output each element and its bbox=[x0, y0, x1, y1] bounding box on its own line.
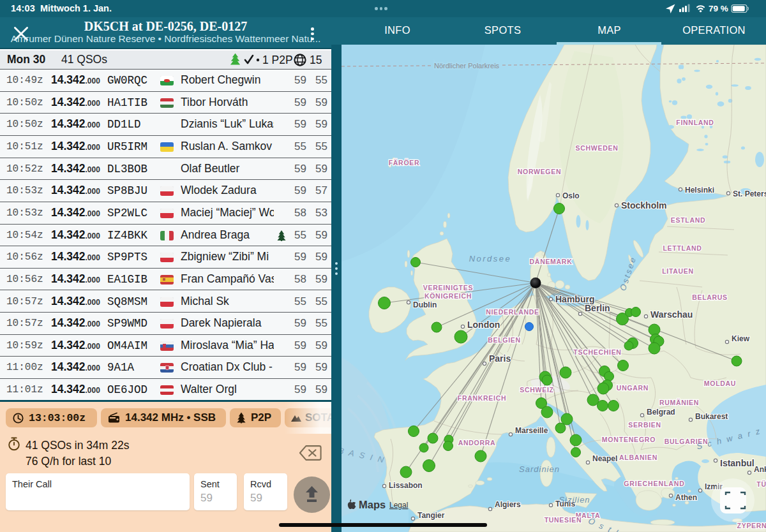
svg-text:VEREINIGTES: VEREINIGTES bbox=[423, 284, 473, 292]
svg-text:London: London bbox=[467, 320, 500, 330]
svg-text:MONTENEGRO: MONTENEGRO bbox=[602, 436, 656, 443]
svg-text:KÖNIGREICH: KÖNIGREICH bbox=[424, 292, 472, 300]
svg-text:BELARUS: BELARUS bbox=[692, 293, 728, 301]
svg-text:SCHWEDEN: SCHWEDEN bbox=[576, 144, 619, 152]
svg-text:Istanbul: Istanbul bbox=[720, 458, 755, 468]
svg-text:TSCHECHIEN: TSCHECHIEN bbox=[573, 348, 621, 356]
svg-text:LETTLAND: LETTLAND bbox=[663, 244, 702, 252]
svg-text:GRIECHENLAND: GRIECHENLAND bbox=[624, 480, 684, 487]
svg-text:Legal: Legal bbox=[389, 501, 408, 510]
svg-text:Sardinien: Sardinien bbox=[519, 464, 560, 474]
svg-text:UNGARN: UNGARN bbox=[617, 384, 649, 392]
svg-text:Belgrad: Belgrad bbox=[647, 408, 675, 417]
svg-text:SCHWEIZ: SCHWEIZ bbox=[520, 386, 553, 394]
svg-text:St. Petersb: St. Petersb bbox=[733, 189, 766, 198]
svg-text:SERBIEN: SERBIEN bbox=[628, 421, 661, 429]
svg-text:BELGIEN: BELGIEN bbox=[488, 336, 521, 344]
svg-text:1 P2P: 1 P2P bbox=[262, 54, 293, 66]
svg-text:Nördlicher Polarkreis: Nördlicher Polarkreis bbox=[434, 62, 500, 70]
svg-text:RUMÄNIEN: RUMÄNIEN bbox=[659, 399, 699, 406]
svg-text:Berlin: Berlin bbox=[585, 303, 610, 313]
svg-text:MOLDAU: MOLDAU bbox=[704, 380, 736, 387]
svg-text:DÄNEMARK: DÄNEMARK bbox=[530, 258, 573, 265]
svg-text:FÄRÖER: FÄRÖER bbox=[389, 159, 420, 166]
svg-text:FINNLAND: FINNLAND bbox=[676, 119, 714, 126]
svg-text:Sizilien: Sizilien bbox=[559, 495, 590, 505]
svg-text:Algiers: Algiers bbox=[495, 500, 521, 509]
svg-text:Lissabon: Lissabon bbox=[389, 481, 423, 490]
svg-text:ESTLAND: ESTLAND bbox=[671, 216, 705, 224]
svg-text:LITAUEN: LITAUEN bbox=[662, 267, 694, 275]
svg-text:ANDORRA: ANDORRA bbox=[458, 439, 496, 447]
svg-text:Paris: Paris bbox=[489, 353, 511, 364]
svg-text:TÜ: TÜ bbox=[756, 480, 766, 488]
svg-text:NIEDERLANDE: NIEDERLANDE bbox=[486, 308, 539, 316]
svg-text:Nordsee: Nordsee bbox=[469, 254, 512, 263]
svg-text:Stockholm: Stockholm bbox=[621, 200, 667, 211]
svg-text:NORWEGEN: NORWEGEN bbox=[518, 168, 561, 175]
svg-text:Helsinki: Helsinki bbox=[685, 186, 714, 195]
svg-text:Athen: Athen bbox=[675, 493, 697, 502]
svg-text:FRANKREICH: FRANKREICH bbox=[458, 394, 506, 402]
svg-text:Dublin: Dublin bbox=[413, 300, 437, 309]
svg-text:Warschau: Warschau bbox=[650, 309, 693, 320]
svg-text:Oslo: Oslo bbox=[562, 191, 580, 200]
svg-text:Maps: Maps bbox=[359, 499, 386, 510]
svg-text:Tangier: Tangier bbox=[417, 511, 445, 520]
svg-text:ZYPERN: ZYPERN bbox=[737, 522, 766, 529]
svg-text:Kiew: Kiew bbox=[732, 334, 750, 343]
svg-text:79 %: 79 % bbox=[709, 4, 728, 13]
svg-text:Neapel: Neapel bbox=[592, 454, 617, 463]
svg-text:TUNESIEN: TUNESIEN bbox=[544, 516, 582, 524]
svg-text:ALBANIEN: ALBANIEN bbox=[619, 454, 657, 461]
svg-text:Marseille: Marseille bbox=[515, 426, 548, 435]
svg-text:15: 15 bbox=[310, 54, 322, 66]
svg-text:Bukarest: Bukarest bbox=[695, 412, 728, 421]
svg-text:Ank: Ank bbox=[754, 465, 766, 474]
